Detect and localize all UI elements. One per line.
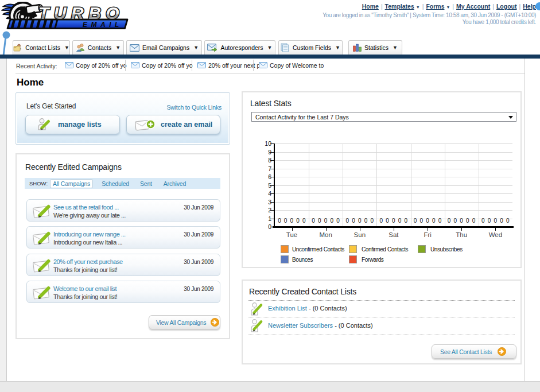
- svg-text:TURBO: TURBO: [38, 3, 124, 22]
